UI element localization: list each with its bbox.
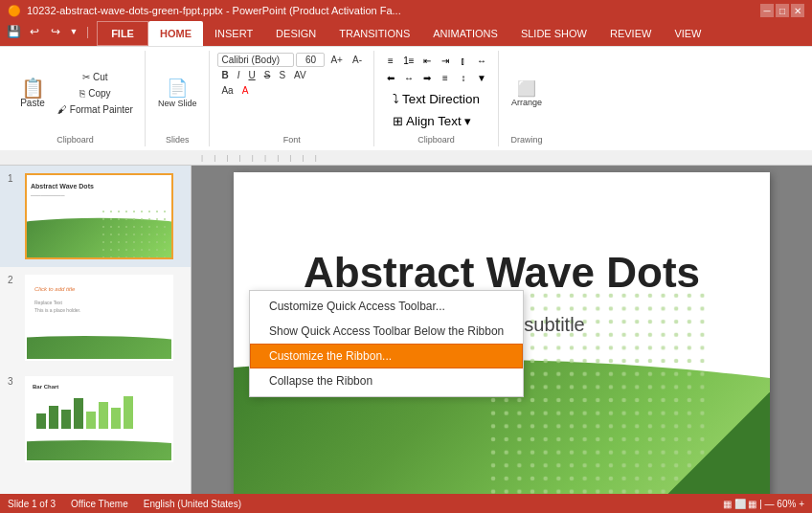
line-spacing-button[interactable]: ↕ [455, 70, 472, 85]
language-status: English (United States) [144, 499, 241, 509]
tab-home[interactable]: HOME [148, 21, 203, 46]
thumb1-sub: ────────── [31, 192, 64, 198]
font-size-dropdown[interactable]: 60 [296, 53, 325, 67]
title-bar-left: 🟠 10232-abstract-wave-dots-green-fppt.pp… [8, 5, 401, 17]
more-para-button[interactable]: ↔ [473, 53, 490, 68]
font-name-dropdown[interactable]: Calibri (Body) [217, 53, 294, 67]
thumb3-wave [27, 432, 171, 460]
ribbon-tabs: FILE HOME INSERT DESIGN TRANSITIONS ANIM… [97, 21, 812, 46]
numbering-button[interactable]: 1≡ [400, 53, 417, 68]
tab-animations[interactable]: ANIMATIONS [421, 21, 509, 46]
app-wrapper: 🟠 10232-abstract-wave-dots-green-fppt.pp… [0, 0, 812, 513]
justify-button[interactable]: ≡ [437, 70, 454, 85]
clipboard-group: 📋 Paste ✂ Cut ⎘ Copy 🖌 Format Painter Cl… [6, 51, 146, 146]
paragraph-group: ≡ 1≡ ⇤ ⇥ ⫿ ↔ ⬅ ↔ ➡ ≡ ↕ ▼ ⤵ [374, 51, 499, 146]
dropdown-item-show-toolbar-below[interactable]: Show Quick Access Toolbar Below the Ribb… [250, 319, 523, 344]
clear-format-button[interactable]: Aa [217, 83, 237, 98]
drawing-group: ⬜ Arrange Drawing [499, 51, 554, 146]
align-left-button[interactable]: ⬅ [382, 70, 399, 85]
slide-title[interactable]: Abstract Wave Dots [234, 249, 770, 297]
bar4 [74, 398, 83, 429]
spacing-button[interactable]: AV [290, 68, 310, 82]
font-label: Font [283, 133, 301, 145]
slide-count-status: Slide 1 of 3 [8, 499, 56, 509]
bar7 [111, 408, 121, 429]
new-slide-button[interactable]: 📄 New Slide [153, 75, 202, 111]
horizontal-ruler: | | | | | | | | | | [0, 150, 812, 166]
shapes-icon: ⬜ [517, 79, 536, 98]
thumb2-text2: This is a place holder. [34, 307, 80, 313]
save-quick-btn[interactable]: 💾 [4, 23, 23, 40]
font-shrink-button[interactable]: A- [349, 53, 366, 67]
slide-img-2: Click to add title Replace Text This is … [25, 275, 173, 361]
paste-button[interactable]: 📋 Paste [13, 76, 52, 111]
align-text-icon: ⊞ [393, 114, 403, 128]
bar8 [124, 396, 133, 429]
bar5 [86, 412, 96, 429]
slides-group: 📄 New Slide Slides [146, 51, 211, 146]
clipboard-label: Clipboard [56, 133, 94, 145]
align-text-button[interactable]: ⊞ Align Text ▾ [388, 111, 485, 131]
dropdown-menu: Customize Quick Access Toolbar... Show Q… [249, 290, 524, 397]
cut-button[interactable]: ✂ Cut [54, 70, 137, 84]
thumb2-text1: Replace Text [34, 300, 62, 305]
dropdown-item-collapse-ribbon[interactable]: Collapse the Ribbon [250, 368, 523, 393]
bullets-button[interactable]: ≡ [382, 53, 399, 68]
redo-quick-btn[interactable]: ↪ [46, 23, 65, 40]
bar1 [36, 413, 46, 429]
customize-quick-btn[interactable]: ▼ [67, 23, 80, 40]
copy-button[interactable]: ⎘ Copy [54, 86, 137, 100]
app-icon: 🟠 [8, 5, 21, 17]
tab-file[interactable]: FILE [97, 21, 148, 46]
decrease-indent-button[interactable]: ⇤ [418, 53, 436, 68]
title-bar: 🟠 10232-abstract-wave-dots-green-fppt.pp… [0, 0, 812, 21]
quick-access-toolbar: 💾 ↩ ↪ ▼ | [0, 21, 97, 42]
strikethrough-button[interactable]: S [260, 68, 275, 82]
italic-button[interactable]: I [234, 68, 244, 82]
slide-thumb-3[interactable]: 3 Bar Chart [0, 368, 191, 470]
font-color-button[interactable]: A [238, 83, 253, 98]
slide-num-1: 1 [8, 173, 19, 184]
status-bar: Slide 1 of 3 Office Theme English (Unite… [0, 494, 812, 513]
slide-thumb-2[interactable]: 2 Click to add title Replace Text This i… [0, 267, 191, 368]
clipboard-secondary: ✂ Cut ⎘ Copy 🖌 Format Painter [54, 70, 137, 117]
format-painter-button[interactable]: 🖌 Format Painter [54, 102, 137, 117]
tab-slideshow[interactable]: SLIDE SHOW [509, 21, 598, 46]
window-title: 10232-abstract-wave-dots-green-fppt.pptx… [27, 5, 401, 16]
shadow-button[interactable]: S [275, 68, 289, 82]
tab-transitions[interactable]: TRANSITIONS [327, 21, 421, 46]
slide-area[interactable]: Abstract Wave Dots Click to add subtitle… [192, 166, 812, 513]
slide-img-1: Abstract Wave Dots ────────── [25, 173, 173, 259]
tab-review[interactable]: REVIEW [598, 21, 663, 46]
dropdown-item-customize-ribbon[interactable]: Customize the Ribbon... [250, 344, 523, 368]
bar6 [99, 402, 108, 429]
close-button[interactable]: ✕ [791, 4, 804, 17]
thumb2-title: Click to add title [34, 286, 75, 292]
theme-status: Office Theme [71, 499, 128, 509]
tab-view[interactable]: VIEW [663, 21, 712, 46]
font-grow-button[interactable]: A+ [327, 53, 347, 67]
thumb2-wave [27, 326, 171, 359]
maximize-button[interactable]: □ [776, 4, 789, 17]
columns-button[interactable]: ⫿ [455, 53, 472, 68]
align-right-button[interactable]: ➡ [418, 70, 436, 85]
thumb1-dots [100, 208, 172, 257]
minimize-button[interactable]: ─ [760, 4, 774, 17]
slide-img-3: Bar Chart [25, 376, 173, 462]
slide-panel[interactable]: 1 Abstract Wave Dots ────────── 2 Click … [0, 166, 192, 513]
text-direction-icon: ⤵ [393, 92, 399, 106]
shapes-button[interactable]: ⬜ Arrange [507, 77, 547, 110]
bar3 [61, 410, 71, 429]
underline-button[interactable]: U [244, 68, 259, 82]
text-direction-button[interactable]: ⤵ Text Direction [388, 89, 485, 109]
bold-button[interactable]: B [217, 68, 232, 82]
tab-insert[interactable]: INSERT [203, 21, 264, 46]
increase-indent-button[interactable]: ⇥ [437, 53, 454, 68]
dropdown-item-customize-toolbar[interactable]: Customize Quick Access Toolbar... [250, 294, 523, 319]
drawing-label: Drawing [510, 133, 542, 145]
align-center-button[interactable]: ↔ [400, 70, 417, 85]
slide-thumb-1[interactable]: 1 Abstract Wave Dots ────────── [0, 166, 191, 267]
more-align-button[interactable]: ▼ [473, 70, 490, 85]
tab-design[interactable]: DESIGN [264, 21, 327, 46]
undo-quick-btn[interactable]: ↩ [25, 23, 44, 40]
